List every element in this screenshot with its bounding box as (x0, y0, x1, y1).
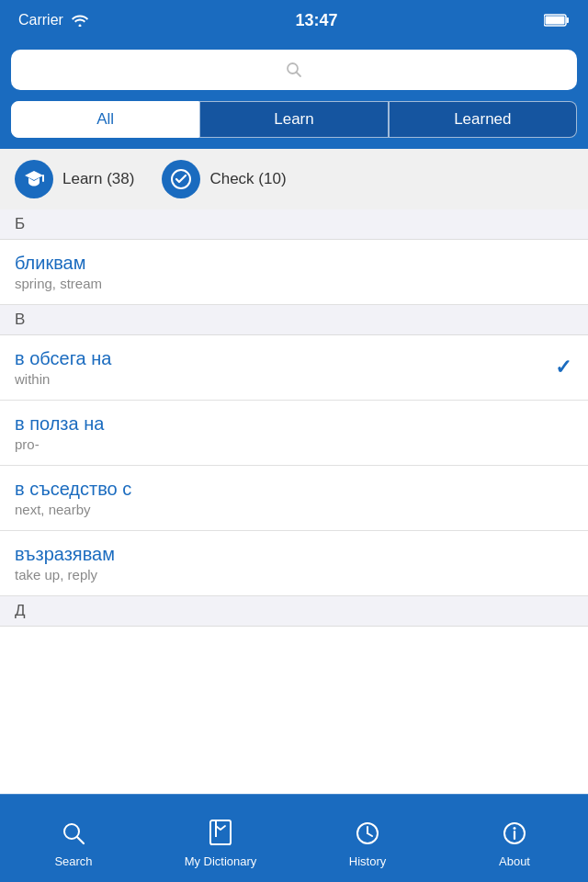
nav-item-about[interactable]: About (441, 809, 588, 868)
word-item[interactable]: в обсега на within ✓ (0, 335, 588, 401)
clock-nav-icon (351, 817, 384, 850)
info-nav-icon (498, 817, 531, 850)
tab-learn[interactable]: Learn (199, 101, 388, 138)
svg-rect-1 (567, 17, 570, 23)
word-item[interactable]: в съседство с next, nearby (0, 466, 588, 531)
svg-line-4 (297, 73, 301, 77)
tab-all[interactable]: All (11, 101, 199, 138)
word-original: възразявам (15, 544, 573, 565)
svg-marker-5 (25, 171, 43, 180)
word-item[interactable]: възразявам take up, reply (0, 531, 588, 596)
book-nav-icon (204, 817, 237, 850)
svg-point-18 (514, 827, 516, 830)
svg-rect-2 (546, 17, 565, 25)
status-bar: Carrier 13:47 (0, 0, 588, 40)
nav-item-search[interactable]: Search (0, 809, 147, 868)
about-nav-label: About (499, 854, 530, 868)
check-action-label: Check (10) (209, 170, 286, 188)
graduation-icon (23, 168, 45, 190)
battery-icon (544, 14, 570, 27)
learn-action-icon (15, 160, 53, 198)
word-translation: spring, stream (15, 276, 573, 291)
word-list: Б бликвам spring, stream В в обсега на w… (0, 209, 588, 783)
word-item[interactable]: бликвам spring, stream (0, 240, 588, 305)
word-item[interactable]: в полза на pro- (0, 401, 588, 466)
nav-item-my-dictionary[interactable]: My Dictionary (147, 809, 294, 868)
time-label: 13:47 (295, 11, 337, 30)
word-original: в обсега на (15, 348, 573, 369)
tab-learned[interactable]: Learned (389, 101, 577, 138)
search-nav-label: Search (54, 854, 92, 868)
search-icon (285, 61, 303, 79)
status-bar-right (544, 14, 570, 27)
word-translation: pro- (15, 436, 573, 452)
word-translation: take up, reply (15, 567, 573, 582)
my-dictionary-nav-label: My Dictionary (185, 854, 257, 868)
section-header-б: Б (0, 209, 588, 240)
word-translation: next, nearby (15, 502, 573, 517)
action-row: Learn (38) Check (10) (0, 149, 588, 209)
tabs-container: All Learn Learned (0, 101, 588, 149)
check-action-button[interactable]: Check (10) (162, 160, 286, 198)
check-action-icon (162, 160, 200, 198)
section-header-в: В (0, 305, 588, 335)
word-original: в съседство с (15, 479, 573, 500)
word-original: в полза на (15, 413, 573, 435)
word-check-mark: ✓ (555, 356, 571, 379)
word-original: бликвам (15, 253, 573, 274)
svg-line-9 (77, 837, 84, 843)
svg-line-15 (368, 833, 372, 836)
header (0, 40, 588, 101)
nav-item-history[interactable]: History (294, 809, 441, 868)
search-nav-icon (57, 817, 90, 850)
carrier-label: Carrier (18, 12, 63, 28)
status-bar-left: Carrier (18, 12, 89, 28)
search-bar[interactable] (11, 50, 577, 90)
wifi-icon (71, 14, 89, 27)
learn-action-button[interactable]: Learn (38) (15, 160, 134, 198)
bottom-nav: Search My Dictionary History (0, 794, 588, 882)
checkmark-icon (170, 168, 192, 190)
word-translation: within (15, 371, 573, 387)
learn-action-label: Learn (38) (62, 170, 134, 188)
history-nav-label: History (349, 854, 386, 868)
svg-rect-10 (210, 820, 231, 844)
section-header-д: Д (0, 596, 588, 627)
